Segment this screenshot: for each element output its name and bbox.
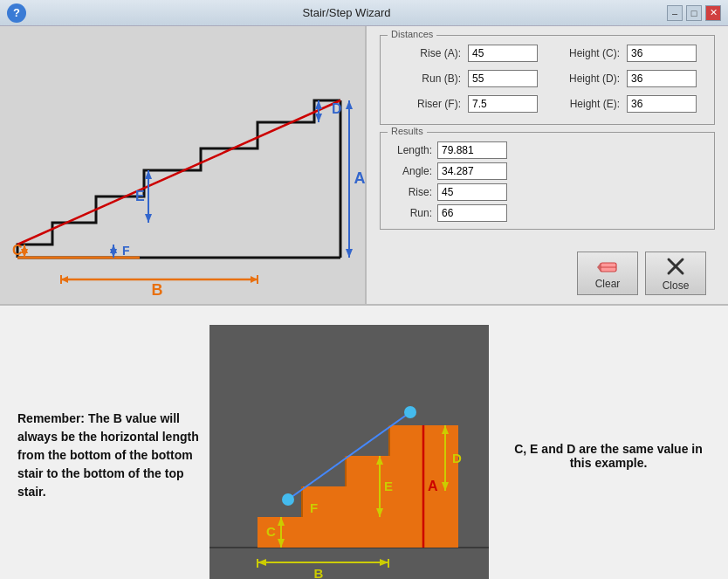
clear-button[interactable]: Clear [577,252,638,295]
svg-point-49 [282,493,294,506]
results-legend: Results [388,126,427,136]
angle-row: Angle: [389,162,507,180]
run-b-label: Run (B): [389,72,468,85]
results-fieldset: Results Length: Angle: Rise: [380,132,715,230]
svg-rect-0 [0,26,367,304]
distances-fieldset: Distances Rise (A): Run (B): Riser (F): [380,35,715,125]
height-d-row: Height (D): [548,70,697,87]
riser-f-row: Riser (F): [389,95,538,113]
window-title: Stair/Step Wizard [26,6,667,19]
results-grid: Length: Angle: Rise: Run: [389,141,507,222]
svg-text:A: A [428,479,438,493]
eraser-icon [595,258,620,275]
stair-diagram: B A D E C F [0,26,367,304]
close-button-main[interactable]: Close [645,252,706,295]
rise-a-input[interactable] [468,45,538,62]
length-row: Length: [389,141,507,159]
svg-point-50 [404,406,416,418]
action-buttons: Clear Close [380,252,715,295]
svg-text:B: B [152,281,163,299]
run-b-row: Run (B): [389,70,538,87]
height-e-label: Height (E): [548,98,627,110]
svg-text:D: D [332,101,342,116]
maximize-button[interactable]: □ [686,5,702,21]
svg-rect-40 [301,486,345,548]
svg-text:E: E [135,189,145,203]
title-bar: ? Stair/Step Wizard – □ ✕ [0,0,728,26]
distances-right-col: Height (C): Height (D): Height (E): [548,45,697,117]
rise-row: Rise: [389,183,507,201]
svg-text:C: C [266,524,276,539]
riser-f-label: Riser (F): [389,98,468,110]
height-c-label: Height (C): [548,47,627,59]
rise-a-label: Rise (A): [389,47,468,59]
svg-marker-32 [597,263,601,272]
svg-rect-41 [345,456,388,548]
riser-f-input[interactable] [468,95,538,113]
svg-text:B: B [314,566,324,580]
svg-rect-37 [209,548,489,580]
top-section: B A D E C F [0,26,728,306]
rise-input[interactable] [437,183,507,201]
bottom-svg: A D E C F [209,325,489,580]
bottom-right-text: C, E and D are the same value in this ex… [498,442,719,470]
run-b-input[interactable] [468,70,538,87]
window-controls: – □ ✕ [667,5,721,21]
angle-label: Angle: [389,165,437,177]
svg-text:D: D [452,451,462,465]
controls-area: Distances Rise (A): Run (B): Riser (F): [367,26,728,304]
height-c-row: Height (C): [548,45,697,62]
minimize-button[interactable]: – [667,5,683,21]
distances-legend: Distances [388,29,436,39]
bottom-diagram: A D E C F [209,325,489,580]
run-label: Run: [389,207,437,219]
distances-left-col: Rise (A): Run (B): Riser (F): [389,45,538,117]
svg-rect-45 [388,425,390,456]
bottom-section: Remember: The B value will always be the… [0,306,728,579]
height-e-row: Height (E): [548,95,697,113]
height-e-input[interactable] [627,95,697,113]
length-label: Length: [389,144,437,156]
svg-text:F: F [310,500,318,515]
height-d-label: Height (D): [548,72,627,85]
close-icon [665,256,686,277]
svg-text:C: C [12,243,23,258]
svg-text:F: F [122,244,130,258]
height-d-input[interactable] [627,70,697,87]
rise-label: Rise: [389,186,437,198]
diagram-svg: B A D E C F [0,26,367,304]
run-input[interactable] [437,204,507,222]
bottom-left-text: Remember: The B value will always be the… [9,410,201,501]
close-button[interactable]: ✕ [705,5,721,21]
svg-text:E: E [384,479,393,493]
angle-input[interactable] [437,162,507,180]
svg-rect-44 [345,456,347,486]
run-row: Run: [389,204,507,222]
rise-a-row: Rise (A): [389,45,538,62]
svg-text:A: A [354,169,366,187]
length-input[interactable] [437,141,507,159]
height-c-input[interactable] [627,45,697,62]
help-button[interactable]: ? [7,3,26,23]
